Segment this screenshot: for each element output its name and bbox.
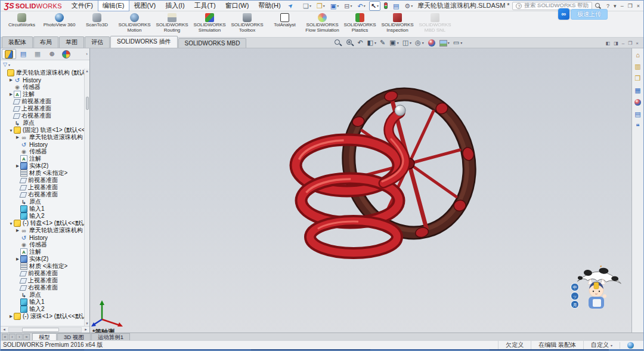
- doc-control-button[interactable]: ◨: [614, 41, 618, 46]
- headsup-button[interactable]: ▾: [428, 39, 435, 47]
- doc-control-button[interactable]: –: [622, 41, 624, 46]
- tree-item[interactable]: 原点: [1, 291, 89, 298]
- scroll-up-icon[interactable]: ▲: [85, 69, 89, 73]
- doc-control-button[interactable]: ❐: [628, 41, 632, 46]
- quick-tool-button[interactable]: ❏ ▾: [301, 1, 313, 11]
- assembly-model-3d[interactable]: [257, 83, 519, 268]
- chevron-down-icon[interactable]: ▾: [460, 41, 462, 45]
- task-pane-tab[interactable]: ▤: [633, 110, 643, 119]
- quick-tool-button[interactable]: ❒ ▾: [315, 1, 327, 11]
- tree-vertical-scrollbar[interactable]: ▲ ▼: [84, 69, 89, 326]
- tree-item[interactable]: 上视基准面: [1, 277, 89, 284]
- quick-tool-button[interactable]: ⊟ ▾: [342, 1, 354, 11]
- task-pane-tab[interactable]: ⌂: [633, 50, 643, 59]
- expand-arrow-icon[interactable]: ▶: [15, 228, 20, 233]
- doc-control-button[interactable]: ◧: [606, 41, 611, 46]
- addin-button[interactable]: SOLIDWORKS Motion: [116, 12, 153, 33]
- quick-tool-button[interactable]: ⚙ ▾: [402, 1, 414, 11]
- quick-tool-button[interactable]: ▤ ▾: [391, 1, 401, 11]
- quick-tool-button[interactable]: ↖ ▾: [369, 1, 380, 11]
- tree-item[interactable]: 传感器: [1, 84, 89, 91]
- command-tab[interactable]: SOLIDWORKS 插件: [110, 36, 178, 48]
- chevron-down-icon[interactable]: ▾: [377, 4, 379, 8]
- menu-item[interactable]: 帮助(H): [253, 0, 285, 11]
- addin-button[interactable]: PhotoView 360: [41, 12, 78, 28]
- chevron-down-icon[interactable]: ▾: [337, 4, 339, 8]
- tree-item[interactable]: ▶ 实体(2): [1, 162, 89, 170]
- tree-item[interactable]: 右视基准面: [1, 112, 89, 119]
- command-tab[interactable]: 布局: [33, 36, 58, 48]
- tree-item[interactable]: 前视基准面: [1, 270, 89, 277]
- addin-button[interactable]: SOLIDWORKS Flow Simulation: [304, 12, 341, 33]
- upload-label[interactable]: 极速上传: [571, 9, 608, 20]
- headsup-button[interactable]: ▭ ▾: [453, 39, 462, 47]
- command-tab[interactable]: SOLIDWORKS MBD: [178, 38, 247, 48]
- scrollbar-thumb[interactable]: [86, 97, 89, 110]
- expand-arrow-icon[interactable]: ▼: [8, 221, 14, 226]
- window-control-button[interactable]: –: [621, 3, 624, 9]
- command-tab[interactable]: 装配体: [2, 36, 33, 48]
- scrollbar-track[interactable]: [8, 327, 82, 332]
- panel-tab[interactable]: [45, 49, 59, 59]
- task-pane-tab[interactable]: ❒: [633, 74, 643, 83]
- chevron-down-icon[interactable]: ▾: [411, 4, 413, 8]
- chevron-down-icon[interactable]: ▾: [422, 41, 424, 45]
- connection-status[interactable]: [620, 342, 641, 349]
- tree-item[interactable]: 材质 <未指定>: [1, 170, 89, 177]
- tree-item[interactable]: ▶ 摩天轮轨道滚珠机构 中的配合: [1, 227, 89, 234]
- menu-item[interactable]: 编辑(E): [98, 0, 129, 11]
- tree-item[interactable]: 传感器: [1, 148, 89, 155]
- headsup-button[interactable]: ▾: [439, 39, 450, 47]
- quick-tool-button[interactable]: ▾: [382, 1, 389, 10]
- tree-item[interactable]: History: [1, 141, 89, 148]
- headsup-button[interactable]: ◫ ▾: [402, 39, 411, 47]
- chevron-down-icon[interactable]: ▾: [374, 41, 376, 45]
- addin-button[interactable]: SOLIDWORKS Plastics: [341, 12, 379, 33]
- headsup-button[interactable]: ▣ ▾: [389, 39, 398, 47]
- tree-item[interactable]: 右视基准面: [1, 284, 89, 291]
- tree-item[interactable]: 输入1: [1, 298, 89, 306]
- panel-tab[interactable]: [2, 49, 16, 59]
- doc-control-button[interactable]: ×: [636, 41, 639, 46]
- study-tab-nav-button[interactable]: «: [2, 334, 8, 340]
- addin-button[interactable]: SOLIDWORKS MBD SNL: [416, 12, 454, 33]
- quick-tool-button[interactable]: ↶ ▾: [355, 1, 367, 11]
- headsup-button[interactable]: ▾: [333, 39, 342, 47]
- study-tab-nav-button[interactable]: ‹: [9, 334, 16, 340]
- tree-item[interactable]: 原点: [1, 198, 89, 205]
- scroll-left-icon[interactable]: ◂: [1, 327, 8, 332]
- window-control-button[interactable]: ❐: [628, 3, 633, 9]
- tree-filter[interactable]: ▽ ▾: [1, 60, 89, 69]
- menu-item[interactable]: 工具(T): [190, 0, 221, 11]
- addin-button[interactable]: CircuitWorks: [3, 12, 41, 28]
- addin-button[interactable]: TolAnalyst: [266, 12, 304, 28]
- panel-tab[interactable]: [59, 49, 73, 59]
- chevron-down-icon[interactable]: ▾: [410, 41, 411, 45]
- window-control-button[interactable]: ?: [606, 3, 609, 9]
- customize-button[interactable]: 自定义▾: [583, 341, 620, 349]
- task-pane-tab[interactable]: ▥: [633, 62, 643, 71]
- window-control-button[interactable]: ▾: [614, 3, 617, 9]
- tree-item[interactable]: ▶ 实体(2): [1, 255, 89, 263]
- study-tab[interactable]: 3D 视图: [57, 333, 91, 340]
- headsup-button[interactable]: ◧ ▾: [367, 39, 376, 47]
- tree-item[interactable]: 摩天轮轨道滚珠机构 (默认<默认_显示: [1, 69, 89, 76]
- tree-item[interactable]: 材质 <未指定>: [1, 263, 89, 270]
- command-tab[interactable]: 草图: [59, 36, 84, 48]
- chevron-down-icon[interactable]: ▾: [309, 4, 311, 8]
- chevron-down-icon[interactable]: ▾: [397, 41, 399, 45]
- tree-item[interactable]: 输入2: [1, 306, 89, 313]
- graphics-viewport[interactable]: *等轴测: [90, 48, 631, 332]
- addin-button[interactable]: SOLIDWORKS Simulation: [191, 12, 228, 33]
- tree-item[interactable]: ▼ (固定) 轨道<1> (默认<<默认>_显: [1, 127, 89, 134]
- scrollbar-thumb[interactable]: [22, 328, 59, 332]
- upload-app-icon[interactable]: ∞: [558, 8, 569, 20]
- panel-flyout-arrow[interactable]: ›: [86, 51, 88, 57]
- tree-item[interactable]: 注解: [1, 248, 89, 255]
- chevron-down-icon[interactable]: ▾: [350, 4, 352, 8]
- task-pane-tab[interactable]: [633, 98, 643, 107]
- expand-arrow-icon[interactable]: ▼: [8, 128, 14, 133]
- study-tab[interactable]: 模型: [32, 333, 57, 340]
- quick-tool-button[interactable]: ▣ ▾: [329, 1, 340, 11]
- tree-item[interactable]: 输入2: [1, 213, 89, 220]
